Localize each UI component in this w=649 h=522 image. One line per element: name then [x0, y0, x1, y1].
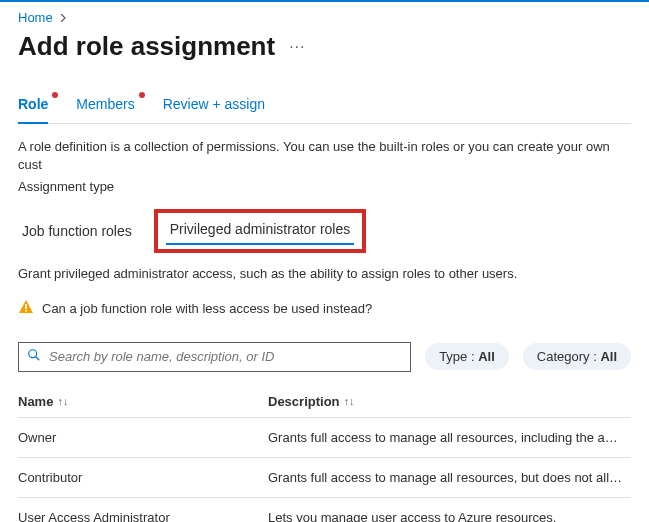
warning-icon — [18, 299, 34, 318]
filter-type-label: Type : — [439, 349, 478, 364]
subtab-privileged[interactable]: Privileged administrator roles — [166, 215, 355, 245]
table-row[interactable]: User Access Administrator Lets you manag… — [18, 498, 631, 522]
breadcrumb: Home — [18, 10, 631, 25]
col-description[interactable]: Description ↑↓ — [268, 394, 631, 409]
tab-members-label: Members — [76, 96, 134, 112]
svg-rect-0 — [25, 304, 27, 309]
required-dot-icon — [139, 92, 145, 98]
tab-review-assign[interactable]: Review + assign — [163, 90, 265, 123]
row-desc: Grants full access to manage all resourc… — [268, 470, 631, 485]
highlight-privileged: Privileged administrator roles — [154, 209, 367, 253]
filter-type-value: All — [478, 349, 495, 364]
grant-description: Grant privileged administrator access, s… — [18, 265, 631, 283]
row-name: User Access Administrator — [18, 510, 268, 522]
table-row[interactable]: Owner Grants full access to manage all r… — [18, 418, 631, 458]
required-dot-icon — [52, 92, 58, 98]
warning-text: Can a job function role with less access… — [42, 301, 372, 316]
helper-text: A role definition is a collection of per… — [18, 138, 631, 174]
sort-icon: ↑↓ — [57, 395, 68, 407]
row-name: Owner — [18, 430, 268, 445]
col-desc-label: Description — [268, 394, 340, 409]
main-tabs: Role Members Review + assign — [18, 90, 631, 124]
more-actions-button[interactable]: ··· — [289, 38, 305, 56]
table-row[interactable]: Contributor Grants full access to manage… — [18, 458, 631, 498]
filter-category-value: All — [600, 349, 617, 364]
filter-category[interactable]: Category : All — [523, 343, 631, 370]
svg-rect-1 — [25, 310, 27, 312]
row-desc: Lets you manage user access to Azure res… — [268, 510, 631, 522]
role-type-tabs: Job function roles Privileged administra… — [18, 209, 631, 253]
breadcrumb-home[interactable]: Home — [18, 10, 53, 25]
subtab-job-function[interactable]: Job function roles — [18, 217, 136, 245]
filter-type[interactable]: Type : All — [425, 343, 509, 370]
tab-role-label: Role — [18, 96, 48, 112]
table-header: Name ↑↓ Description ↑↓ — [18, 386, 631, 418]
tab-members[interactable]: Members — [76, 90, 134, 123]
search-input-wrap[interactable] — [18, 342, 411, 372]
chevron-right-icon — [59, 10, 67, 25]
col-name[interactable]: Name ↑↓ — [18, 394, 268, 409]
search-input[interactable] — [47, 348, 402, 365]
warning-row: Can a job function role with less access… — [18, 299, 631, 318]
assignment-type-label: Assignment type — [18, 178, 631, 196]
search-icon — [27, 348, 41, 365]
svg-point-2 — [29, 350, 37, 358]
filter-category-label: Category : — [537, 349, 601, 364]
page-title: Add role assignment — [18, 31, 275, 62]
tab-role[interactable]: Role — [18, 90, 48, 124]
svg-line-3 — [36, 357, 40, 361]
tab-review-label: Review + assign — [163, 96, 265, 112]
row-name: Contributor — [18, 470, 268, 485]
row-desc: Grants full access to manage all resourc… — [268, 430, 631, 445]
roles-table: Name ↑↓ Description ↑↓ Owner Grants full… — [18, 386, 631, 522]
col-name-label: Name — [18, 394, 53, 409]
sort-icon: ↑↓ — [344, 395, 355, 407]
